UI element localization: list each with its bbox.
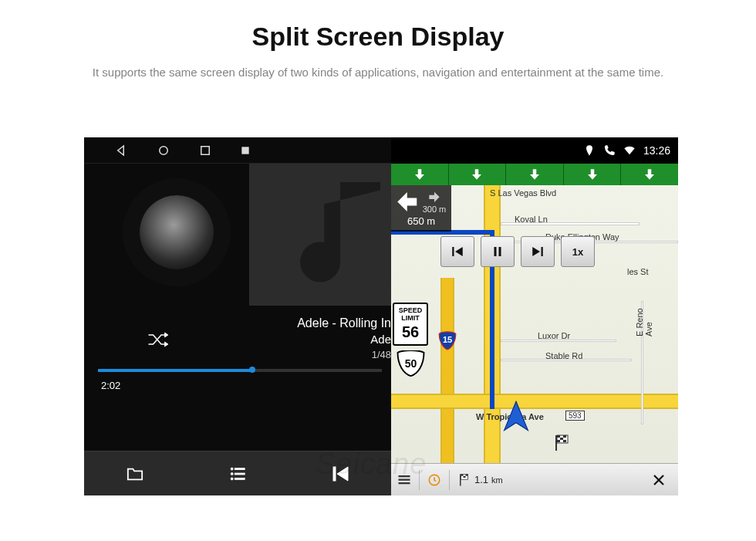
label-luxor: Luxor Dr [538,331,570,340]
map-media-controls: 1x [440,236,595,267]
svg-point-3 [231,468,233,470]
lane-1 [391,164,449,185]
map-menu-button[interactable] [397,473,411,487]
media-next-button[interactable] [521,236,555,267]
folder-button[interactable] [119,458,151,490]
label-les: les St [627,267,649,276]
screenshot-icon[interactable] [240,145,251,156]
progress-fill [98,369,251,372]
phone-icon [603,144,616,157]
map-panel: 13:26 S Las Vegas Blvd Ko [391,137,678,495]
clock: 13:26 [643,144,670,157]
recent-icon[interactable] [198,144,212,157]
svg-rect-23 [399,482,410,484]
lane-5 [621,164,678,185]
speed-limit-value: 56 [394,323,427,341]
svg-rect-14 [560,438,563,440]
svg-rect-17 [452,247,454,256]
svg-rect-21 [399,475,410,477]
interstate-shield: 15 [437,330,457,350]
speed-limit-label: SPEED LIMIT [394,306,427,322]
svg-rect-27 [461,474,464,475]
wifi-icon [623,144,636,157]
map-distance: 1.1km [457,473,503,487]
lane-3 [506,164,564,185]
home-icon[interactable] [157,144,170,157]
dest-flag-icon [553,434,572,452]
map-clock-icon [427,473,441,487]
svg-point-7 [231,477,233,479]
list-button[interactable] [221,458,254,490]
svg-rect-4 [235,468,245,469]
svg-rect-9 [333,467,336,481]
prev-track-button[interactable] [324,458,356,490]
lane-2 [449,164,507,185]
location-icon [583,144,596,157]
svg-rect-1 [201,146,210,154]
svg-rect-15 [557,440,560,442]
svg-rect-20 [542,247,543,256]
svg-rect-19 [499,247,501,256]
shuffle-icon[interactable] [147,332,170,347]
turn-left-icon [397,188,420,214]
device-frame: Adele - Rolling In Ade 1/48 2:02 [84,137,678,495]
track-title: Adele - Rolling In [84,316,391,330]
svg-rect-2 [241,147,248,154]
media-rate-button[interactable]: 1x [561,236,595,267]
media-pause-button[interactable] [481,236,515,267]
media-prev-button[interactable] [440,236,474,267]
progress-bar[interactable] [98,369,382,372]
label-vegas-blvd: S Las Vegas Blvd [490,188,556,198]
label-koval: Koval Ln [515,215,548,224]
music-note-icon [280,182,380,303]
lane-4 [564,164,622,185]
time-elapsed: 2:02 [101,380,120,391]
music-panel: Adele - Rolling In Ade 1/48 2:02 [84,137,391,495]
this-turn-dist: 650 m [407,215,435,227]
exit-badge: 593 [565,411,585,421]
svg-rect-28 [466,474,468,475]
svg-rect-13 [563,435,566,438]
svg-rect-6 [235,473,245,475]
svg-rect-29 [464,475,466,477]
svg-rect-22 [399,478,410,480]
back-icon[interactable] [115,144,129,157]
current-speed-shield: 50 [396,350,426,377]
status-bar: 13:26 [391,137,678,164]
svg-rect-16 [563,440,566,442]
label-stable: Stable Rd [545,351,582,360]
turn-panel: 300 m 650 m [391,185,451,232]
speed-limit-sign: SPEED LIMIT 56 [393,303,428,346]
progress-thumb[interactable] [249,367,255,373]
next-turn-icon [423,190,447,205]
next-turn-dist: 300 m [423,205,447,214]
label-reno: E Reno Ave [635,293,653,336]
svg-rect-18 [494,247,497,256]
svg-rect-8 [235,478,245,479]
svg-rect-12 [557,435,560,438]
track-index: 1/48 [84,349,391,360]
android-navbar [84,137,391,164]
play-dial[interactable] [140,195,214,269]
map-close-button[interactable] [646,467,672,493]
page-title: Split Screen Display [0,22,756,52]
map-bottom-bar: 1.1km [391,463,678,495]
page-subtitle: It supports the same screen display of t… [77,64,679,81]
lane-bar [391,164,678,185]
music-bottom-bar [84,451,391,495]
flag-icon [457,473,471,487]
svg-point-0 [160,146,168,154]
svg-point-5 [231,472,233,475]
track-artist: Ade [84,333,391,346]
position-arrow-icon [499,400,533,434]
